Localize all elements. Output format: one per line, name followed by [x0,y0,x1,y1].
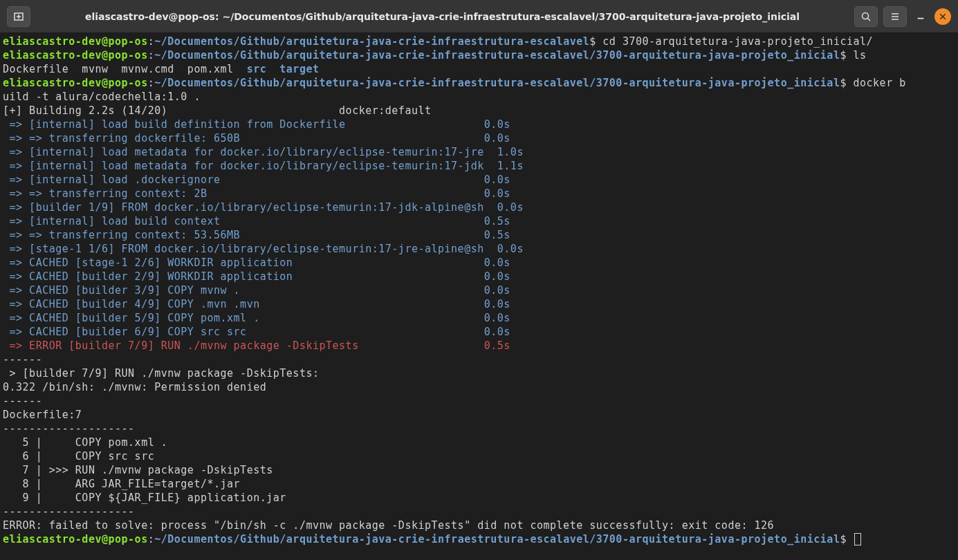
titlebar-left-controls [7,6,30,27]
build-step-line: => CACHED [builder 2/9] WORKDIR applicat… [3,270,955,283]
error-step-time: 0.5s [484,339,510,352]
build-step-text: => => transferring context: 53.56MB [3,229,484,241]
error-section: ------ > [builder 7/9] RUN ./mvnw packag… [3,353,955,532]
prompt-dollar: $ [840,49,853,62]
command-continuation: uild -t alura/codechella:1.0 . [3,90,955,104]
build-step-text: => [stage-1 1/6] FROM docker.io/library/… [3,243,484,255]
build-step-text: => CACHED [builder 3/9] COPY mvnw . [3,284,484,297]
ls-dir: src [247,63,267,75]
build-step-line: => [stage-1 1/6] FROM docker.io/library/… [3,242,955,256]
close-icon [939,12,947,21]
titlebar-right-controls [854,6,951,27]
build-step-text: => => transferring dockerfile: 650B [3,132,484,144]
build-step-line: => CACHED [builder 5/9] COPY pom.xml . 0… [3,311,955,325]
build-error-line: => ERROR [builder 7/9] RUN ./mvnw packag… [3,339,955,353]
build-step-time: 1.0s [484,146,524,158]
prompt-path: ~/Documentos/Github/arquitetura-java-cri… [154,77,840,89]
ls-dir: target [279,63,319,75]
build-step-text: => CACHED [builder 6/9] COPY src src [3,326,484,338]
error-detail-line: ------ [3,394,955,408]
build-step-line: => CACHED [stage-1 2/6] WORKDIR applicat… [3,256,955,270]
prompt-line: eliascastro-dev@pop-os:~/Documentos/Gith… [3,532,955,546]
new-tab-button[interactable] [7,6,30,27]
prompt-sep: : [148,35,155,48]
build-step-time: 0.5s [484,215,510,227]
hamburger-icon [890,11,901,22]
titlebar: eliascastro-dev@pop-os: ~/Documentos/Git… [0,0,958,33]
build-step-time: 0.0s [484,326,510,338]
prompt-sep: : [148,533,155,545]
build-step-text: => CACHED [builder 5/9] COPY pom.xml . [3,312,484,324]
error-step-text: => ERROR [builder 7/9] RUN ./mvnw packag… [3,339,484,352]
build-step-time: 0.0s [484,270,510,283]
build-step-line: => => transferring context: 2B 0.0s [3,187,955,200]
minimize-button[interactable] [912,8,929,25]
error-detail-line: 6 | COPY src src [3,449,955,463]
prompt-dollar: $ [840,533,853,545]
window-title: eliascastro-dev@pop-os: ~/Documentos/Git… [30,10,854,24]
build-step-text: => => transferring context: 2B [3,187,484,200]
build-step-time: 1.1s [484,160,524,172]
build-step-time: 0.0s [484,132,510,144]
prompt-path: ~/Documentos/Github/arquitetura-java-cri… [154,533,840,545]
command-text: ls [853,49,866,62]
prompt-user: eliascastro-dev@pop-os [3,533,148,545]
error-detail-line: -------------------- [3,422,955,436]
build-step-text: => CACHED [builder 4/9] COPY .mvn .mvn [3,298,484,310]
prompt-sep: : [148,49,155,62]
error-detail-line: ERROR: failed to solve: process "/bin/sh… [3,519,955,532]
build-step-text: => CACHED [builder 2/9] WORKDIR applicat… [3,270,484,283]
prompt-user: eliascastro-dev@pop-os [3,49,148,62]
build-step-text: => [internal] load build context [3,215,484,227]
build-step-time: 0.0s [484,298,510,310]
prompt-dollar: $ [840,77,853,89]
prompt-user: eliascastro-dev@pop-os [3,77,148,89]
prompt-sep: : [148,77,155,89]
error-detail-line: Dockerfile:7 [3,408,955,422]
build-step-time: 0.0s [484,174,510,186]
build-step-line: => CACHED [builder 3/9] COPY mvnw . 0.0s [3,283,955,297]
search-icon [860,11,872,22]
error-detail-line: 8 | ARG JAR_FILE=target/*.jar [3,477,955,491]
build-step-line: => [builder 1/9] FROM docker.io/library/… [3,200,955,214]
ls-output: Dockerfile mvnw mvnw.cmd pom.xml src tar… [3,62,955,76]
build-step-line: => CACHED [builder 4/9] COPY .mvn .mvn 0… [3,297,955,311]
error-detail-line: -------------------- [3,505,955,519]
close-button[interactable] [934,8,951,25]
build-step-text: => [internal] load metadata for docker.i… [3,160,484,172]
error-detail-line: 5 | COPY pom.xml . [3,436,955,449]
build-step-time: 0.0s [484,256,510,269]
build-step-text: => [internal] load .dockerignore [3,174,484,186]
prompt-line: eliascastro-dev@pop-os:~/Documentos/Gith… [3,48,955,62]
build-step-line: => => transferring context: 53.56MB 0.5s [3,228,955,242]
build-header: [+] Building 2.2s (14/20) docker:default [3,104,955,118]
terminal-area[interactable]: eliascastro-dev@pop-os:~/Documentos/Gith… [0,33,958,560]
build-step-time: 0.5s [484,229,510,241]
error-detail-line: ------ [3,353,955,366]
prompt-line: eliascastro-dev@pop-os:~/Documentos/Gith… [3,35,955,48]
build-step-time: 0.0s [484,243,524,255]
build-step-time: 0.0s [484,201,524,214]
error-detail-line: 7 | >>> RUN ./mvnw package -DskipTests [3,463,955,477]
build-output: => [internal] load build definition from… [3,118,955,339]
build-step-text: => [internal] load metadata for docker.i… [3,146,484,158]
command-text: cd 3700-arquitetura-java-projeto_inicial… [602,35,873,48]
build-step-time: 0.0s [484,312,510,324]
build-step-line: => [internal] load metadata for docker.i… [3,145,955,159]
search-button[interactable] [854,6,878,27]
command-text: docker b [853,77,905,89]
prompt-line: eliascastro-dev@pop-os:~/Documentos/Gith… [3,76,955,90]
build-step-line: => [internal] load build context 0.5s [3,214,955,228]
build-step-line: => CACHED [builder 6/9] COPY src src 0.0… [3,325,955,339]
build-step-time: 0.0s [484,187,510,200]
prompt-path: ~/Documentos/Github/arquitetura-java-cri… [154,35,589,48]
minimize-icon [916,12,925,21]
menu-button[interactable] [883,6,907,27]
build-step-text: => [internal] load build definition from… [3,118,484,131]
build-step-line: => [internal] load .dockerignore 0.0s [3,173,955,187]
prompt-path: ~/Documentos/Github/arquitetura-java-cri… [154,49,840,62]
svg-point-3 [863,12,869,19]
build-step-line: => [internal] load build definition from… [3,118,955,131]
error-detail-line: 0.322 /bin/sh: ./mvnw: Permission denied [3,380,955,394]
build-step-text: => CACHED [stage-1 2/6] WORKDIR applicat… [3,256,484,269]
